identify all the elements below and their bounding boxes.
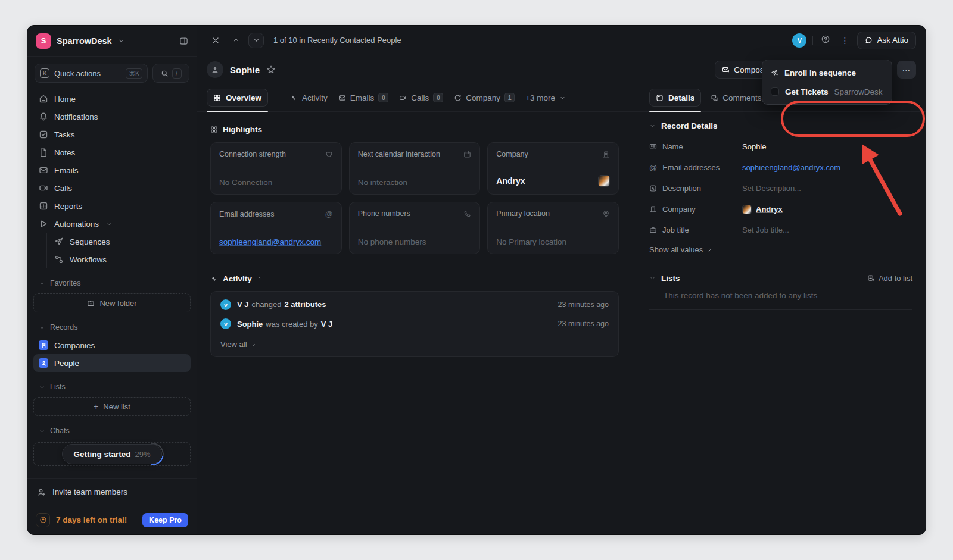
email-link[interactable]: sophieengland@andryx.com <box>742 163 840 172</box>
sidebar-item-workflows[interactable]: Workflows <box>49 251 191 268</box>
favorite-star-icon[interactable] <box>266 65 276 74</box>
user-avatar[interactable]: V <box>792 33 806 48</box>
highlights-header: Highlights <box>210 125 619 134</box>
menu-item-enroll-in-sequence[interactable]: Enroll in sequence <box>765 63 889 82</box>
actor-avatar: V <box>220 299 231 310</box>
tab-label: Details <box>668 93 694 102</box>
tab-label: Company <box>466 93 500 102</box>
sidebar-item-reports[interactable]: Reports <box>33 197 191 215</box>
workflow-icon <box>54 255 64 264</box>
add-to-list-button[interactable]: Add to list <box>867 274 912 283</box>
records-section-header[interactable]: Records <box>27 320 197 335</box>
action-text: changed <box>252 300 282 309</box>
more-actions-button[interactable]: ⋯ <box>897 61 916 79</box>
favorites-section-header[interactable]: Favorites <box>33 276 191 291</box>
video-camera-icon <box>399 94 407 102</box>
field-company[interactable]: Company Andryx <box>649 199 912 220</box>
tab-more[interactable]: +3 more <box>525 93 566 102</box>
activity-row[interactable]: V Sophie was created by V J 23 minutes a… <box>211 314 618 333</box>
help-button[interactable] <box>819 35 832 46</box>
activity-row[interactable]: V V J changed 2 attributes 23 minutes ag… <box>211 292 618 314</box>
actor-name: V J <box>237 300 249 309</box>
keep-pro-button[interactable]: Keep Pro <box>142 513 188 527</box>
chevron-right-icon <box>257 276 263 282</box>
record-details-header[interactable]: Record Details <box>649 121 912 130</box>
field-placeholder: Set Description... <box>742 184 801 193</box>
previous-record-button[interactable] <box>228 33 244 48</box>
close-record-button[interactable] <box>208 33 223 48</box>
tab-badge: 1 <box>504 93 515 102</box>
quick-actions-icon: K <box>40 68 49 78</box>
quick-actions-button[interactable]: K Quick actions ⌘K <box>35 64 148 83</box>
tab-company[interactable]: Company 1 <box>454 93 515 102</box>
highlight-card-next-calendar-interaction[interactable]: Next calendar interaction No interaction <box>349 142 481 195</box>
highlight-card-primary-location[interactable]: Primary location No Primary location <box>487 202 619 254</box>
workspace-header[interactable]: S SparrowDesk <box>27 26 197 57</box>
highlight-card-connection-strength[interactable]: Connection strength No Connection <box>210 142 342 195</box>
show-all-values-button[interactable]: Show all values <box>649 245 912 254</box>
chat-bubble-icon <box>865 36 873 44</box>
getting-started-pill[interactable]: Getting started 29% <box>62 444 161 464</box>
field-label: Company <box>662 205 696 214</box>
chevron-down-icon <box>117 37 125 45</box>
chevron-down-icon <box>39 324 45 331</box>
sidebar-item-emails[interactable]: Emails <box>33 161 191 179</box>
sidebar-item-sequences[interactable]: Sequences <box>49 233 191 251</box>
tab-emails[interactable]: Emails 0 <box>338 93 389 102</box>
search-button[interactable]: / <box>152 64 189 83</box>
next-record-button[interactable] <box>248 33 264 48</box>
sidebar-item-companies[interactable]: Companies <box>33 336 191 354</box>
field-name[interactable]: Name Sophie <box>649 136 912 157</box>
highlight-card-email-addresses[interactable]: Email addresses@ sophieengland@andryx.co… <box>210 202 342 254</box>
envelope-plus-icon <box>722 66 730 74</box>
company-link[interactable]: Andryx <box>756 205 783 214</box>
sidebar-item-notifications[interactable]: Notifications <box>33 108 191 126</box>
sidebar-item-people[interactable]: People <box>33 354 191 372</box>
new-folder-button[interactable]: New folder <box>33 293 191 312</box>
tab-label: Calls <box>411 93 429 102</box>
progress-ring <box>151 442 166 467</box>
tab-details[interactable]: Details <box>649 89 701 107</box>
video-camera-icon <box>39 183 48 193</box>
divider <box>812 36 813 45</box>
ask-attio-button[interactable]: Ask Attio <box>857 32 916 49</box>
trial-upgrade-icon <box>36 513 50 527</box>
sidebar-item-calls[interactable]: Calls <box>33 179 191 197</box>
view-all-button[interactable]: View all <box>211 333 618 356</box>
sidebar-item-automations[interactable]: Automations <box>33 215 191 233</box>
lists-section-header[interactable]: Lists <box>27 379 197 395</box>
chats-section-header[interactable]: Chats <box>27 423 197 439</box>
sidebar-item-notes[interactable]: Notes <box>33 143 191 161</box>
activity-section: Activity V V J changed 2 attributes <box>210 274 619 357</box>
company-logo <box>598 175 610 187</box>
menu-item-label: Enroll in sequence <box>784 68 856 77</box>
sidebar-item-home[interactable]: Home <box>33 90 191 108</box>
record-fields: Name Sophie @Email addresses sophieengla… <box>649 136 912 240</box>
more-options-button[interactable]: ⋮ <box>838 36 851 45</box>
task-check-icon <box>39 130 48 139</box>
changed-attributes-link[interactable]: 2 attributes <box>284 300 326 309</box>
new-list-button[interactable]: + New list <box>33 397 191 416</box>
activity-header[interactable]: Activity <box>210 274 619 283</box>
invite-team-members-button[interactable]: Invite team members <box>27 478 197 505</box>
email-link[interactable]: sophieengland@andryx.com <box>219 237 321 246</box>
details-icon <box>656 94 664 102</box>
view-all-label: View all <box>220 340 247 349</box>
collapse-sidebar-icon[interactable] <box>179 36 188 46</box>
comments-icon <box>711 94 718 102</box>
activity-title: Activity <box>223 274 252 283</box>
divider <box>649 309 912 310</box>
company-logo <box>742 205 752 214</box>
tab-activity[interactable]: Activity <box>290 93 328 102</box>
menu-item-get-tickets[interactable]: Get Tickets SparrowDesk <box>765 82 889 101</box>
field-description[interactable]: Description Set Description... <box>649 178 912 199</box>
field-email-addresses[interactable]: @Email addresses sophieengland@andryx.co… <box>649 157 912 178</box>
chevron-down-icon[interactable] <box>649 275 656 281</box>
sidebar-item-tasks[interactable]: Tasks <box>33 126 191 143</box>
field-job-title[interactable]: Job title Set Job title... <box>649 220 912 240</box>
highlight-card-phone-numbers[interactable]: Phone numbers No phone numbers <box>349 202 481 254</box>
envelope-icon <box>338 94 346 102</box>
tab-overview[interactable]: Overview <box>207 89 268 107</box>
highlight-card-company[interactable]: Company Andryx <box>487 142 619 195</box>
tab-calls[interactable]: Calls 0 <box>399 93 443 102</box>
